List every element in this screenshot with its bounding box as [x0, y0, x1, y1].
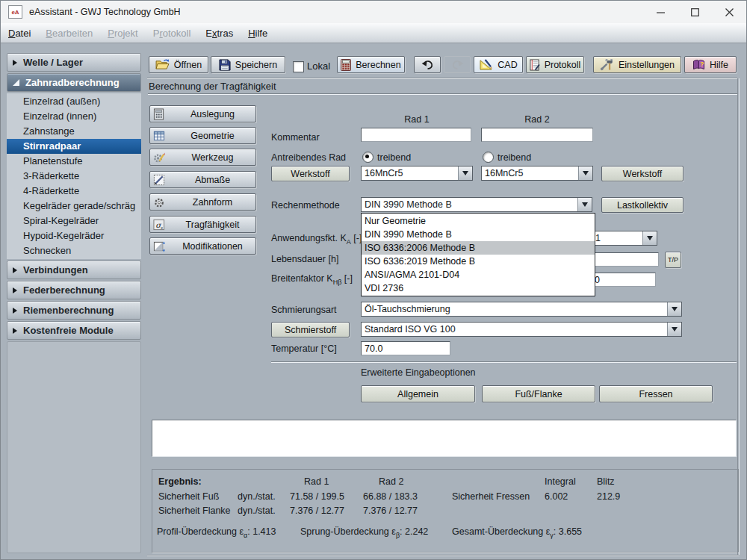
sidebar-item-kegelraeder[interactable]: Kegelräder gerade/schräg: [7, 199, 141, 214]
root-safety-label: Sicherheit Fuß: [158, 491, 219, 502]
lubricant-button[interactable]: Schmierstoff: [271, 322, 350, 337]
form-separator: [271, 361, 737, 363]
menu-item-projekt: Projekt: [100, 28, 145, 39]
chevron-down-icon[interactable]: [458, 167, 472, 180]
module-button-tragfaehigkeit[interactable]: σ x Tragfähigkeit: [149, 216, 256, 233]
sidebar-item-stirnradpaar[interactable]: Stirnradpaar: [7, 139, 141, 154]
menu-item-hilfe[interactable]: Hilfe: [241, 28, 275, 39]
window-controls: [643, 1, 746, 23]
lubrication-type-select[interactable]: Öl-Tauchschmierung: [361, 302, 682, 317]
chevron-down-icon[interactable]: [667, 323, 681, 336]
material-button-rad2[interactable]: Werkstoff: [601, 166, 684, 181]
sidebar-item-einzelrad-aussen[interactable]: Einzelrad (außen): [7, 94, 141, 109]
sidebar-item-planetenstufe[interactable]: Planetenstufe: [7, 154, 141, 169]
menu-item-datei[interactable]: Datei: [1, 28, 38, 39]
chevron-down-icon[interactable]: [642, 231, 657, 245]
sidebar-item-3raederkette[interactable]: 3-Räderkette: [7, 169, 141, 184]
save-button[interactable]: Speichern: [211, 56, 285, 73]
temperature-input[interactable]: [361, 341, 450, 355]
maximize-button[interactable]: [678, 1, 712, 23]
dropdown-option-iso2019[interactable]: ISO 6336:2019 Methode B: [362, 255, 595, 268]
load-spectrum-button[interactable]: Lastkollektiv: [601, 197, 684, 213]
column-header-rad2: Rad 2: [481, 114, 593, 125]
local-checkbox[interactable]: [293, 61, 304, 72]
module-button-modifikationen[interactable]: Modifikationen: [149, 237, 256, 255]
extended-root-flank-button[interactable]: Fuß/Flanke: [482, 385, 595, 402]
driving-radio-rad2[interactable]: [483, 152, 494, 163]
dropdown-option-nur-geometrie[interactable]: Nur Geometrie: [362, 214, 595, 228]
sidebar-section-verbindungen[interactable]: Verbindungen: [7, 261, 141, 279]
chevron-down-icon[interactable]: [667, 302, 681, 316]
sidebar-navigation: Welle / Lager Zahnradberechnung Einzelra…: [7, 53, 141, 553]
calculation-method-select[interactable]: DIN 3990 Methode B: [361, 197, 592, 212]
sidebar-item-einzelrad-innen[interactable]: Einzelrad (innen): [7, 109, 141, 124]
dropdown-option-iso2006[interactable]: ISO 6336:2006 Methode B: [362, 241, 595, 255]
module-button-geometrie[interactable]: Geometrie: [149, 127, 256, 144]
temperature-label: Temperatur [°C]: [271, 343, 337, 354]
chevron-right-icon: [13, 287, 17, 293]
minimize-button[interactable]: [643, 1, 678, 23]
svg-text:?: ?: [700, 60, 704, 68]
local-checkbox-label: Lokal: [307, 60, 330, 72]
root-safety-mode: dyn./stat.: [238, 491, 276, 502]
driving-radio-rad1[interactable]: [362, 152, 374, 163]
calculate-button[interactable]: Berechnen: [337, 56, 405, 73]
scuffing-safety-integral: 6.002: [545, 491, 568, 502]
extended-scuffing-button[interactable]: Fressen: [599, 385, 713, 402]
module-button-abmasse[interactable]: Abmaße: [149, 171, 256, 188]
protocol-button[interactable]: Protokoll: [526, 56, 584, 73]
notepad-icon: [530, 59, 540, 71]
undo-button[interactable]: [414, 56, 441, 73]
sidebar-section-items: Einzelrad (außen) Einzelrad (innen) Zahn…: [7, 93, 141, 259]
module-button-zahnform[interactable]: Zahnform: [149, 193, 256, 211]
lubricant-select[interactable]: Standard ISO VG 100: [361, 322, 682, 337]
menu-item-extras[interactable]: Extras: [198, 28, 241, 39]
close-button[interactable]: [712, 1, 746, 23]
comment-input-rad1[interactable]: [361, 128, 471, 142]
total-overlap: Gesamt-Überdeckung εγ: 3.655: [452, 526, 582, 539]
chevron-down-icon[interactable]: [578, 167, 592, 180]
flank-safety-label: Sicherheit Flanke: [158, 505, 231, 516]
dropdown-option-vdi2736[interactable]: VDI 2736: [362, 281, 595, 295]
material-button-rad1[interactable]: Werkstoff: [271, 166, 350, 181]
sidebar-section-riemenberechnung[interactable]: Riemenberechnung: [7, 301, 141, 320]
dropdown-option-din3990[interactable]: DIN 3990 Methode B: [362, 228, 595, 241]
chevron-expanded-icon: [13, 79, 19, 86]
sidebar-item-spiral-kegelraeder[interactable]: Spiral-Kegelräder: [7, 214, 141, 228]
open-button[interactable]: Öffnen: [149, 56, 208, 73]
module-button-auslegung[interactable]: Auslegung: [149, 105, 256, 122]
help-button[interactable]: ? Hilfe: [684, 56, 737, 73]
material-select-rad2[interactable]: 16MnCr5: [481, 166, 593, 181]
settings-button[interactable]: Einstellungen: [593, 56, 681, 73]
gear-pencil-icon: [153, 152, 165, 164]
sidebar-item-schnecken[interactable]: Schnecken: [7, 243, 141, 258]
application-window: eA eAssistant - GWJ Technology GmbH Date…: [0, 0, 747, 560]
cad-button[interactable]: CAD: [474, 56, 523, 73]
sidebar-section-zahnradberechnung[interactable]: Zahnradberechnung: [7, 73, 141, 92]
toolbar-separator: [147, 78, 737, 79]
sidebar-item-zahnstange[interactable]: Zahnstange: [7, 124, 141, 139]
driving-radio-rad1-label: treibend: [377, 152, 411, 163]
sidebar-section-kostenfreie-module[interactable]: Kostenfreie Module: [7, 321, 141, 340]
application-factor-label: Anwendungsfkt. KA [-]: [271, 233, 362, 246]
comment-input-rad2[interactable]: [481, 128, 593, 142]
material-select-rad1[interactable]: 16MnCr5: [361, 166, 473, 181]
chevron-right-icon: [13, 267, 17, 273]
grid-icon: [153, 130, 165, 142]
sidebar-section-welle-lager[interactable]: Welle / Lager: [7, 53, 141, 72]
sidebar-section-federberechnung[interactable]: Federberechnung: [7, 281, 141, 299]
torque-power-button[interactable]: T/P: [665, 252, 681, 268]
content-frame-line: [737, 78, 738, 555]
sidebar-item-hypoid-kegelraeder[interactable]: Hypoid-Kegelräder: [7, 228, 141, 243]
extended-general-button[interactable]: Allgemein: [361, 385, 475, 402]
design-calculator-icon: [153, 108, 165, 120]
module-button-werkzeug[interactable]: Werkzeug: [149, 149, 256, 166]
maximize-icon: [691, 8, 699, 16]
sidebar-item-4raederkette[interactable]: 4-Räderkette: [7, 184, 141, 199]
dropdown-option-agma[interactable]: ANSI/AGMA 2101-D04: [362, 268, 595, 281]
content-frame-line: [147, 556, 740, 556]
floppy-disk-icon: [219, 59, 231, 71]
helix-overlap: Sprung-Überdeckung εβ: 2.242: [300, 526, 428, 539]
extended-options-label: Erweiterte Eingabeoptionen: [361, 367, 476, 378]
chevron-down-icon[interactable]: [577, 198, 592, 211]
